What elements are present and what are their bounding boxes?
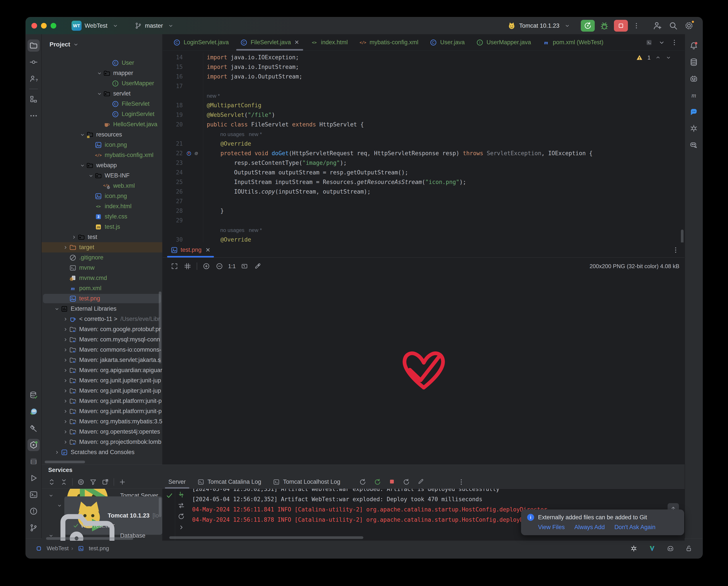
services-tab-tomcat-catalina-log[interactable]: Tomcat Catalina Log xyxy=(191,475,267,488)
tree-row[interactable]: webapp xyxy=(42,160,162,170)
tool-stripe-database-check[interactable] xyxy=(27,389,40,401)
code-line[interactable]: 23 resp.setContentType("image/png"); xyxy=(163,158,684,168)
group-by-button[interactable] xyxy=(77,478,85,486)
tree-row[interactable]: mpom.xml xyxy=(42,283,162,293)
color-picker-button[interactable] xyxy=(254,263,261,270)
zoom-window-button[interactable] xyxy=(51,23,56,29)
v-plugin-status-icon[interactable] xyxy=(648,545,656,552)
tree-row[interactable]: mapper xyxy=(42,68,162,78)
editor-tab-usermapper-java[interactable]: IUserMapper.java xyxy=(470,34,537,51)
stop-server-button[interactable] xyxy=(389,478,395,486)
tool-stripe-build[interactable] xyxy=(27,422,40,434)
filter-button[interactable] xyxy=(89,478,97,486)
tree-row[interactable]: Maven: org.mybatis:mybatis:3.5 xyxy=(42,417,162,427)
code-editor[interactable]: 1 14import java.io.IOException;15import … xyxy=(163,51,684,242)
tool-stripe-plugin-owl[interactable] xyxy=(27,406,40,418)
tree-row[interactable]: JStest.js xyxy=(42,222,162,232)
open-in-new-tab-button[interactable] xyxy=(102,478,109,486)
rerun-button[interactable] xyxy=(581,20,595,32)
tree-row[interactable]: Maven: org.junit.platform:junit-p xyxy=(42,396,162,406)
tree-row[interactable]: Maven: org.apiguardian:apiguar xyxy=(42,365,162,375)
code-line[interactable]: 18@MultipartConfig xyxy=(163,101,684,110)
editor-menu-kebab-icon[interactable] xyxy=(671,39,678,46)
chevron-right-icon[interactable] xyxy=(62,439,69,445)
chevron-right-icon[interactable] xyxy=(62,429,69,435)
tree-row[interactable]: .gitignore xyxy=(42,252,162,263)
branch-selector[interactable]: master xyxy=(145,23,163,29)
chevron-down-icon[interactable] xyxy=(73,42,79,48)
fit-zoom-button[interactable] xyxy=(171,263,178,270)
right-stripe-notifications[interactable] xyxy=(688,39,700,52)
tool-stripe-structure[interactable] xyxy=(27,93,40,105)
chevron-down-icon[interactable] xyxy=(87,173,95,179)
editor-tab-pom-xml-webtest-[interactable]: mpom.xml (WebTest) xyxy=(537,34,609,51)
tree-row[interactable]: target xyxy=(42,242,162,252)
chevron-down-icon[interactable] xyxy=(96,71,103,76)
tree-row[interactable]: Maven: com.mysql:mysql-conn xyxy=(42,335,162,345)
zoom-in-button[interactable] xyxy=(203,263,210,270)
tree-row[interactable]: 3style.css xyxy=(42,211,162,222)
code-line[interactable]: 17 xyxy=(163,81,684,91)
zoom-out-button[interactable] xyxy=(216,263,223,270)
tree-row[interactable]: Maven: org.junit.platform:junit-p xyxy=(42,406,162,417)
more-run-actions-button[interactable] xyxy=(633,22,640,29)
chevron-down-icon[interactable] xyxy=(79,163,86,168)
tree-row[interactable]: IUserMapper xyxy=(42,78,162,88)
tree-row[interactable]: HelloServlet.java xyxy=(42,119,162,130)
code-line[interactable]: 29 xyxy=(163,216,684,225)
grid-toggle-button[interactable] xyxy=(184,263,191,270)
chevron-right-icon[interactable] xyxy=(62,245,69,250)
close-icon[interactable]: ✕ xyxy=(294,39,299,46)
log-horizontal-scrollbar[interactable] xyxy=(169,536,363,539)
tree-row[interactable]: mvnw xyxy=(42,263,162,273)
chevron-right-icon[interactable] xyxy=(62,378,69,383)
status-breadcrumb-file[interactable]: test.png xyxy=(89,545,109,552)
chevron-icon[interactable] xyxy=(47,493,55,498)
right-stripe-maven[interactable]: m xyxy=(688,89,700,101)
tree-row[interactable]: Maven: org.projectlombok:lomb xyxy=(42,437,162,447)
preview-tab-test-png[interactable]: test.png ✕ xyxy=(166,242,215,258)
notification-action-always-add[interactable]: Always Add xyxy=(574,524,605,531)
code-line[interactable]: 21 @Override xyxy=(163,139,684,149)
chevron-right-icon[interactable] xyxy=(62,326,69,332)
code-line[interactable]: 27 xyxy=(163,196,684,206)
code-line[interactable]: 19@WebServlet("/file") xyxy=(163,110,684,120)
chevron-right-icon[interactable] xyxy=(62,316,69,322)
tool-stripe-problems[interactable] xyxy=(27,505,40,517)
tree-row[interactable]: Maven: commons-io:commons- xyxy=(42,345,162,355)
run-config-selector[interactable]: Tomcat 10.1.23 xyxy=(519,23,560,29)
tree-row[interactable]: CFileServlet xyxy=(42,99,162,109)
notification-action-view-files[interactable]: View Files xyxy=(538,524,565,531)
editor-tab-mybatis-config-xml[interactable]: </>mybatis-config.xml xyxy=(354,34,424,51)
code-line[interactable]: 22@ protected void doGet(HttpServletRequ… xyxy=(163,149,684,158)
expand-all-button[interactable] xyxy=(48,478,55,486)
tree-row[interactable]: CLoginServlet xyxy=(42,109,162,119)
tool-stripe-run[interactable] xyxy=(27,472,40,484)
tree-row[interactable]: < corretto-11 >/Users/eve/Libr xyxy=(42,314,162,324)
inspection-widget[interactable]: 1 xyxy=(636,54,672,61)
chevron-down-icon[interactable] xyxy=(53,306,61,312)
code-line[interactable]: 15import java.io.InputStream; xyxy=(163,62,684,72)
tree-row[interactable]: mvnw.cmd xyxy=(42,273,162,283)
hide-tabs-chevron-icon[interactable] xyxy=(658,39,666,46)
status-breadcrumb-project[interactable]: WebTest xyxy=(47,545,69,552)
chevron-right-icon[interactable] xyxy=(70,234,78,240)
tree-row[interactable]: test.png xyxy=(42,293,162,304)
services-tab-tomcat-localhost-log[interactable]: Tomcat Localhost Log xyxy=(267,475,346,488)
code-line[interactable]: 14import java.io.IOException; xyxy=(163,53,684,62)
editor-tab-user-java[interactable]: CUser.java xyxy=(424,34,470,51)
close-window-button[interactable] xyxy=(31,23,37,29)
tool-stripe-commit[interactable] xyxy=(27,56,40,68)
project-horizontal-scrollbar[interactable] xyxy=(45,461,85,463)
tree-row[interactable]: Maven: org.junit.jupiter:junit-jup xyxy=(42,375,162,385)
chevron-right-icon[interactable] xyxy=(62,408,69,414)
tree-row[interactable]: servlet xyxy=(42,88,162,99)
services-tree-vscrollbar[interactable] xyxy=(159,498,161,517)
tree-row[interactable]: </>mybatis-config.xml xyxy=(42,150,162,160)
settings-button[interactable] xyxy=(684,21,694,30)
editor-tab-fileservlet-java[interactable]: CFileServlet.java✕ xyxy=(234,34,305,51)
tree-row[interactable]: resources xyxy=(42,130,162,140)
chevron-right-icon[interactable] xyxy=(62,368,69,373)
tree-row[interactable]: Scratches and Consoles xyxy=(42,447,162,457)
rerun-console-button[interactable] xyxy=(178,491,185,498)
